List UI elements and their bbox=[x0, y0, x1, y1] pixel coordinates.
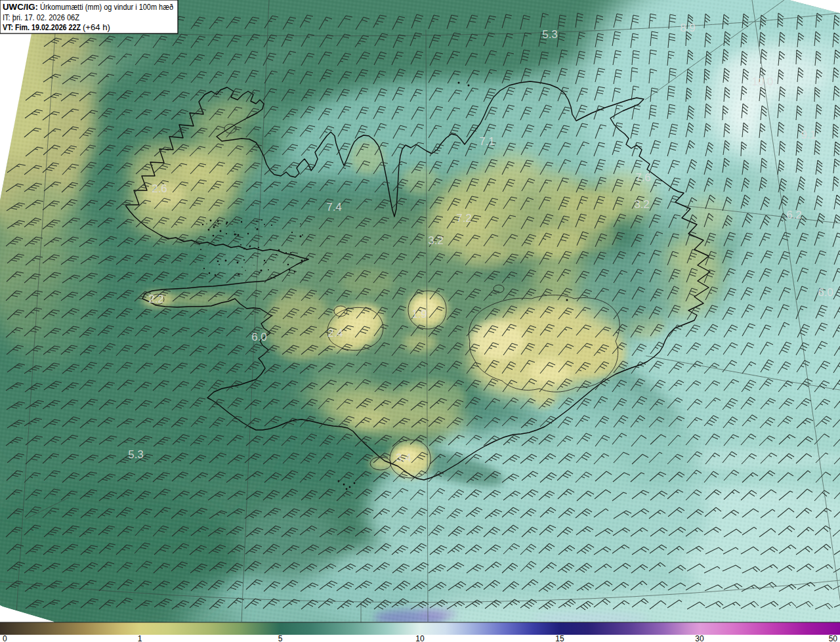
svg-text:10.0: 10.0 bbox=[751, 75, 773, 88]
svg-text:2.2: 2.2 bbox=[148, 293, 164, 305]
svg-text:8.9: 8.9 bbox=[680, 22, 696, 34]
svg-text:3.4: 3.4 bbox=[396, 452, 411, 464]
svg-text:30: 30 bbox=[695, 634, 704, 642]
svg-text:7.6: 7.6 bbox=[635, 171, 651, 184]
svg-text:10: 10 bbox=[415, 634, 425, 642]
svg-text:3.2: 3.2 bbox=[634, 198, 650, 211]
svg-text:9.1: 9.1 bbox=[801, 129, 816, 141]
svg-text:VT: Fim. 19.02.2026 22Z(+64 h): VT: Fim. 19.02.2026 22Z(+64 h) bbox=[3, 22, 110, 32]
svg-text:2.6: 2.6 bbox=[152, 182, 167, 195]
svg-text:6.0: 6.0 bbox=[818, 286, 833, 299]
svg-text:UWC/IG:Úrkomumætti (mm) og vin: UWC/IG:Úrkomumætti (mm) og vindur i 100m… bbox=[3, 2, 173, 12]
svg-text:5.3: 5.3 bbox=[542, 28, 558, 41]
svg-text:5.3: 5.3 bbox=[128, 448, 144, 461]
svg-text:5: 5 bbox=[278, 634, 283, 642]
svg-text:0: 0 bbox=[3, 634, 7, 642]
svg-text:IT: þri. 17. 02. 2026 06Z: IT: þri. 17. 02. 2026 06Z bbox=[3, 12, 79, 22]
svg-text:7.4: 7.4 bbox=[326, 201, 342, 213]
svg-text:6.2: 6.2 bbox=[786, 209, 802, 221]
svg-text:3.2: 3.2 bbox=[428, 234, 444, 247]
svg-text:50: 50 bbox=[829, 634, 838, 642]
svg-text:1: 1 bbox=[138, 634, 142, 642]
svg-text:2.4: 2.4 bbox=[327, 327, 343, 339]
svg-text:7.2: 7.2 bbox=[456, 212, 472, 225]
svg-text:7.1: 7.1 bbox=[479, 135, 495, 148]
svg-text:15: 15 bbox=[555, 634, 564, 642]
svg-text:1.9: 1.9 bbox=[411, 308, 427, 320]
svg-text:6.0: 6.0 bbox=[251, 331, 267, 343]
